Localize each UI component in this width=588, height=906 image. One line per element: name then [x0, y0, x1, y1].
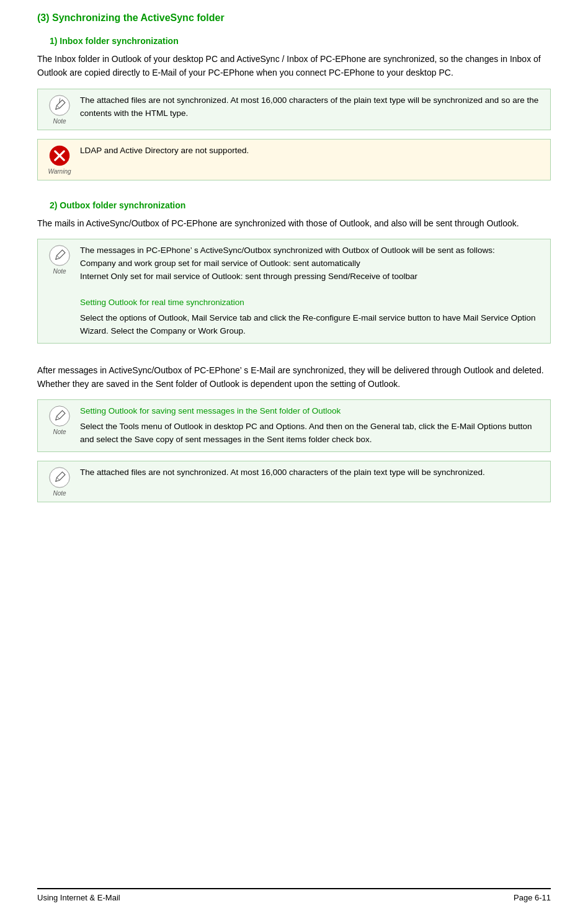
- note2-line2: Company and work group set for mail serv…: [80, 259, 360, 268]
- warning-box-1: Warning LDAP and Active Directory are no…: [37, 139, 551, 180]
- note-icon-img-1: i: [48, 94, 71, 117]
- note-label-1: Note: [53, 118, 66, 125]
- note-icon-img-4: [48, 466, 71, 489]
- note-box-3: Note Setting Outlook for saving sent mes…: [37, 399, 551, 452]
- note2-line1: The messages in PC-EPhone’ s ActiveSync/…: [80, 246, 495, 255]
- section2-title: 2) Outbox folder synchronization: [50, 200, 551, 210]
- note-box-2: Note The messages in PC-EPhone’ s Active…: [37, 239, 551, 343]
- note3-body: Select the Tools menu of Outlook in desk…: [80, 422, 532, 444]
- note-icon-4: Note: [44, 466, 75, 497]
- note1-content: The attached files are not synchronized.…: [80, 94, 544, 120]
- footer-right: Page 6-11: [514, 893, 551, 902]
- warning1-content: LDAP and Active Directory are not suppor…: [80, 144, 544, 158]
- svg-point-7: [50, 468, 69, 487]
- note-icon-img-2: [48, 244, 71, 267]
- main-title: (3) Synchronizing the ActiveSync folder: [37, 12, 551, 24]
- warning-icon-img-1: [48, 144, 71, 167]
- warning-icon-1: Warning: [44, 144, 75, 175]
- note-label-4: Note: [53, 490, 66, 497]
- svg-point-6: [50, 406, 69, 426]
- note-label-3: Note: [53, 429, 66, 435]
- note2-body2: Select the options of Outlook, Mail Serv…: [80, 313, 536, 335]
- note3-content: Setting Outlook for saving sent messages…: [80, 405, 544, 446]
- note2-link: Setting Outlook for real time synchroniz…: [80, 296, 544, 309]
- note-icon-2: Note: [44, 244, 75, 275]
- note-box-1: i Note The attached files are not synchr…: [37, 89, 551, 130]
- warning-label-1: Warning: [48, 168, 71, 175]
- page-container: (3) Synchronizing the ActiveSync folder …: [0, 0, 588, 906]
- note-icon-img-3: [48, 405, 71, 427]
- svg-point-5: [50, 246, 69, 265]
- section2-body: The mails in ActiveSync/Outbox of PC-EPh…: [37, 216, 551, 230]
- note-label-2: Note: [53, 268, 66, 275]
- note-box-4: Note The attached files are not synchron…: [37, 461, 551, 502]
- body-after-note2: After messages in ActiveSync/Outbox of P…: [37, 363, 551, 391]
- footer-bar: Using Internet & E-Mail Page 6-11: [37, 888, 551, 906]
- note2-content: The messages in PC-EPhone’ s ActiveSync/…: [80, 244, 544, 337]
- note2-line3: Internet Only set for mail service of Ou…: [80, 272, 417, 281]
- section1-body: The Inbox folder in Outlook of your desk…: [37, 52, 551, 80]
- footer-left: Using Internet & E-Mail: [37, 893, 120, 902]
- note3-link: Setting Outlook for saving sent messages…: [80, 405, 544, 418]
- note4-content: The attached files are not synchronized.…: [80, 466, 544, 479]
- section1-title: 1) Inbox folder synchronization: [50, 36, 551, 46]
- note-icon-1: i Note: [44, 94, 75, 125]
- note-icon-3: Note: [44, 405, 75, 435]
